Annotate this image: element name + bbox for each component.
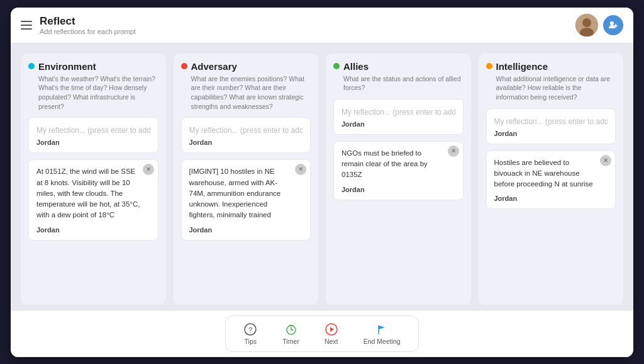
column-description-adversary: What are the enemies positions? What are… xyxy=(181,74,311,111)
column-header-environment: EnvironmentWhat's the weather? What's th… xyxy=(28,61,158,111)
reflection-card-environment-0: ✕At 0151Z, the wind will be SSE at 8 kno… xyxy=(28,159,158,240)
reflection-user-environment-0: Jordan xyxy=(36,226,150,234)
input-user-label-environment: Jordan xyxy=(36,139,150,146)
column-title-adversary: Adversary xyxy=(191,61,237,72)
svg-marker-13 xyxy=(330,327,334,332)
close-reflection-adversary-0[interactable]: ✕ xyxy=(295,164,306,175)
main-content: EnvironmentWhat's the weather? What's th… xyxy=(11,43,633,310)
input-card-allies: Jordan xyxy=(333,99,464,135)
nav-label-end: End Meeting xyxy=(364,338,401,345)
header: Reflect Add reflections for each prompt xyxy=(11,8,633,43)
footer: ? Tips Timer Next End Meeting xyxy=(11,310,633,357)
reflection-card-adversary-0: ✕[IMGINT] 10 hostiles in NE warehouse, a… xyxy=(181,159,311,240)
avatar xyxy=(575,14,598,37)
reflection-text-environment-0: At 0151Z, the wind will be SSE at 8 knot… xyxy=(36,166,150,220)
input-card-adversary: Jordan xyxy=(181,117,311,153)
reflection-text-adversary-0: [IMGINT] 10 hostiles in NE warehouse, ar… xyxy=(189,166,303,220)
column-environment: EnvironmentWhat's the weather? What's th… xyxy=(21,54,166,305)
close-reflection-allies-0[interactable]: ✕ xyxy=(448,145,459,157)
input-user-label-allies: Jordan xyxy=(341,120,455,128)
column-header-adversary: AdversaryWhat are the enemies positions?… xyxy=(181,61,311,111)
nav-label-timer: Timer xyxy=(282,338,299,345)
input-card-environment: Jordan xyxy=(28,117,158,153)
column-dot-environment xyxy=(28,63,35,69)
reflection-text-intelligence-0: Hostiles are believed to bivouack in NE … xyxy=(494,157,608,190)
input-card-intelligence: Jordan xyxy=(486,108,616,144)
svg-point-3 xyxy=(610,21,614,25)
nav-label-next: Next xyxy=(325,338,338,345)
columns-container: EnvironmentWhat's the weather? What's th… xyxy=(21,54,623,305)
reflection-card-allies-0: ✕NGOs must be briefed to remain clear of… xyxy=(333,141,464,200)
column-adversary: AdversaryWhat are the enemies positions?… xyxy=(174,54,319,305)
column-dot-adversary xyxy=(181,63,187,69)
reflection-user-allies-0: Jordan xyxy=(341,186,455,193)
header-title-group: Reflect Add reflections for each prompt xyxy=(40,15,136,35)
footer-nav: ? Tips Timer Next End Meeting xyxy=(225,316,418,352)
svg-text:?: ? xyxy=(248,326,252,333)
close-reflection-intelligence-0[interactable]: ✕ xyxy=(600,155,611,166)
column-dot-allies xyxy=(333,63,340,69)
header-left: Reflect Add reflections for each prompt xyxy=(21,15,136,35)
menu-icon[interactable] xyxy=(21,21,32,30)
nav-item-next[interactable]: Next xyxy=(314,320,348,348)
column-allies: AlliesWhat are the status and actions of… xyxy=(326,54,471,305)
input-user-label-intelligence: Jordan xyxy=(494,130,608,137)
input-user-label-adversary: Jordan xyxy=(189,139,303,146)
reflection-user-adversary-0: Jordan xyxy=(189,226,303,234)
reflection-input-allies[interactable] xyxy=(341,108,455,117)
reflection-text-allies-0: NGOs must be briefed to remain clear of … xyxy=(341,148,455,181)
nav-item-timer[interactable]: Timer xyxy=(272,320,309,348)
reflection-input-environment[interactable] xyxy=(36,126,150,135)
close-reflection-environment-0[interactable]: ✕ xyxy=(143,164,154,175)
svg-point-1 xyxy=(582,18,591,27)
app-window: Reflect Add reflections for each prompt xyxy=(11,8,633,357)
app-title: Reflect xyxy=(40,15,136,28)
column-title-allies: Allies xyxy=(343,61,369,72)
column-header-allies: AlliesWhat are the status and actions of… xyxy=(333,61,464,93)
nav-icon-next xyxy=(325,322,338,336)
column-header-intelligence: IntelligenceWhat additional intelligence… xyxy=(486,61,616,102)
nav-label-tips: Tips xyxy=(245,338,257,345)
column-dot-intelligence xyxy=(486,63,492,69)
column-title-intelligence: Intelligence xyxy=(496,61,548,72)
header-right xyxy=(575,14,623,37)
column-description-intelligence: What additional intelligence or data are… xyxy=(486,74,616,102)
nav-item-end[interactable]: End Meeting xyxy=(353,320,411,348)
reflection-input-adversary[interactable] xyxy=(189,126,303,135)
app-subtitle: Add reflections for each prompt xyxy=(40,28,136,35)
column-intelligence: IntelligenceWhat additional intelligence… xyxy=(479,54,624,305)
column-description-allies: What are the status and actions of allie… xyxy=(333,74,464,93)
column-description-environment: What's the weather? What's the terrain? … xyxy=(28,74,158,111)
add-user-button[interactable] xyxy=(603,15,623,35)
nav-icon-end xyxy=(375,322,389,336)
column-title-environment: Environment xyxy=(38,61,96,72)
nav-item-tips[interactable]: ? Tips xyxy=(233,320,267,348)
reflection-user-intelligence-0: Jordan xyxy=(494,195,608,202)
reflection-card-intelligence-0: ✕Hostiles are believed to bivouack in NE… xyxy=(486,151,616,210)
nav-icon-tips: ? xyxy=(243,322,257,336)
reflection-input-intelligence[interactable] xyxy=(494,117,608,126)
nav-icon-timer xyxy=(284,322,298,336)
